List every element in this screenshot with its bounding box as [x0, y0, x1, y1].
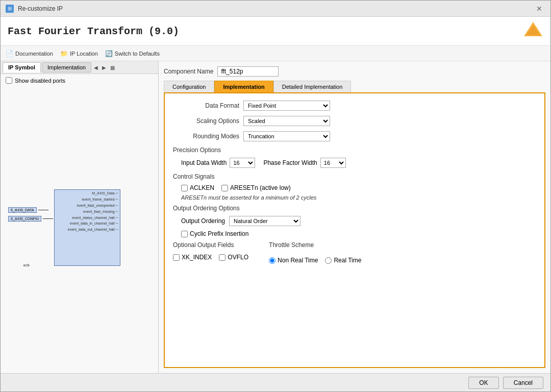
tab-implementation[interactable]: Implementation: [42, 62, 91, 72]
control-signals-title: Control Signals: [173, 173, 536, 180]
precision-options-title: Precision Options: [173, 146, 536, 154]
block-event-3: event_tlast_missing ─: [55, 209, 120, 215]
show-disabled-row: Show disabled ports: [1, 74, 158, 87]
aclken-label: ACLKEN: [190, 184, 214, 191]
close-button[interactable]: ✕: [533, 4, 545, 14]
tab-nav-next[interactable]: ▶: [101, 64, 108, 71]
real-time-radio[interactable]: [325, 257, 332, 264]
block-event-1: event_frame_started ─: [55, 197, 120, 203]
block-event-6: event_data_out_channel_halt ─: [55, 227, 120, 233]
block-event-5: event_data_in_channel_halt ─: [55, 220, 120, 227]
cancel-button[interactable]: Cancel: [503, 377, 543, 389]
left-panel-tabs: IP Symbol Implementation ◀ ▶ ▦: [1, 61, 158, 74]
optional-output-title: Optional Output Fields: [173, 241, 248, 249]
output-ordering-row: Output Ordering Natural Order: [181, 216, 536, 226]
phase-factor-width-select[interactable]: 16: [320, 158, 346, 168]
scaling-options-row: Scaling Options Scaled: [173, 116, 536, 126]
output-ordering-select[interactable]: Natural Order: [229, 216, 300, 226]
optional-output-col: Optional Output Fields XK_INDEX OVFLO: [173, 241, 248, 264]
component-name-row: Component Name: [164, 66, 545, 77]
toolbar: 📄 Documentation 📁 IP Location 🔄 Switch t…: [1, 46, 550, 61]
aresetn-note: ARESETn must be asserted for a minimum o…: [181, 194, 536, 201]
port-s-axis-config: S_AXIS_CONFIG: [8, 216, 54, 222]
precision-row: Input Data Width 16 Phase Factor Width 1…: [181, 158, 536, 168]
aresetn-item: ARESETn (active low): [221, 184, 291, 191]
block-port-m-axis: M_AXIS_Data ─: [55, 190, 120, 197]
ip-location-label: IP Location: [70, 51, 98, 57]
output-ordering-label: Output Ordering: [181, 217, 225, 225]
tab-nav-menu[interactable]: ▦: [109, 64, 116, 71]
tab-detailed-implementation[interactable]: Detailed Implementation: [273, 81, 352, 92]
show-disabled-checkbox[interactable]: [6, 77, 12, 84]
impl-tabs: Configuration Implementation Detailed Im…: [164, 81, 545, 92]
optional-section: Optional Output Fields XK_INDEX OVFLO: [173, 241, 536, 264]
block-event-4: event_status_channel_halt ─: [55, 215, 120, 221]
ovflo-label: OVFLO: [228, 254, 248, 261]
block-event-2: event_tlast_unexpected ─: [55, 203, 120, 209]
input-data-width-label: Input Data Width: [181, 159, 227, 166]
xk-index-label: XK_INDEX: [182, 254, 212, 261]
window-icon: ⊞: [6, 5, 14, 13]
cyclic-prefix-checkbox[interactable]: [181, 231, 188, 237]
vivado-logo: [523, 21, 543, 41]
documentation-icon: 📄: [6, 50, 13, 57]
app-header: Fast Fourier Transform (9.0): [1, 17, 550, 46]
documentation-link[interactable]: 📄 Documentation: [6, 50, 53, 57]
cyclic-prefix-label: Cyclic Prefix Insertion: [190, 230, 248, 237]
data-format-row: Data Format Fixed Point: [173, 101, 536, 111]
tab-implementation[interactable]: Implementation: [214, 81, 273, 92]
ok-button[interactable]: OK: [468, 377, 498, 389]
aclken-checkbox[interactable]: [181, 185, 188, 191]
window-title: Re-customize IP: [18, 5, 63, 12]
show-disabled-label: Show disabled ports: [15, 78, 65, 84]
diagram-area: M_AXIS_Data ─ event_frame_started ─ even…: [1, 87, 158, 373]
ovflo-checkbox[interactable]: [219, 254, 226, 261]
footer: OK Cancel: [1, 373, 550, 391]
rounding-modes-row: Rounding Modes Truncation: [173, 131, 536, 141]
aclken-item: ACLKEN: [181, 184, 214, 191]
optional-checkboxes: XK_INDEX OVFLO: [173, 254, 248, 261]
aresetn-label: ARESETn (active low): [230, 184, 291, 191]
rounding-modes-select[interactable]: Truncation: [243, 131, 330, 141]
port-s-axis-data: S_AXIS_DATA: [8, 207, 54, 213]
ip-location-link[interactable]: 📁 IP Location: [60, 50, 98, 57]
title-bar-left: ⊞ Re-customize IP: [6, 5, 63, 13]
impl-content: Data Format Fixed Point Scaling Options …: [164, 92, 545, 368]
tab-ip-symbol[interactable]: IP Symbol: [3, 62, 41, 72]
main-content: IP Symbol Implementation ◀ ▶ ▦ Show disa…: [1, 61, 550, 373]
non-real-time-item: Non Real Time: [269, 257, 318, 264]
output-ordering-title: Output Ordering Options: [173, 205, 536, 212]
aclk-label: aclk: [23, 263, 30, 267]
phase-factor-width-item: Phase Factor Width 16: [263, 158, 345, 168]
folder-icon: 📁: [60, 50, 68, 57]
input-data-width-select[interactable]: 16: [230, 158, 255, 168]
scaling-options-label: Scaling Options: [173, 117, 239, 125]
component-name-label: Component Name: [164, 68, 213, 75]
input-data-width-item: Input Data Width 16: [181, 158, 255, 168]
cyclic-prefix-row: Cyclic Prefix Insertion: [181, 230, 536, 237]
tab-nav-prev[interactable]: ◀: [92, 64, 99, 71]
sync-icon: 🔄: [105, 50, 113, 57]
aresetn-checkbox[interactable]: [221, 185, 228, 191]
data-format-select[interactable]: Fixed Point: [243, 101, 330, 111]
non-real-time-label: Non Real Time: [278, 257, 318, 264]
real-time-item: Real Time: [325, 257, 361, 264]
switch-defaults-link[interactable]: 🔄 Switch to Defaults: [105, 50, 160, 57]
xk-index-item: XK_INDEX: [173, 254, 212, 261]
component-name-input[interactable]: [217, 66, 279, 77]
main-window: ⊞ Re-customize IP ✕ Fast Fourier Transfo…: [0, 0, 551, 392]
ovflo-item: OVFLO: [219, 254, 248, 261]
non-real-time-radio[interactable]: [269, 257, 276, 264]
left-panel: IP Symbol Implementation ◀ ▶ ▦ Show disa…: [1, 61, 159, 373]
xk-index-checkbox[interactable]: [173, 254, 180, 261]
scaling-options-select[interactable]: Scaled: [243, 116, 330, 126]
cyclic-prefix-item: Cyclic Prefix Insertion: [181, 230, 248, 237]
phase-factor-width-label: Phase Factor Width: [263, 159, 317, 166]
right-panel: Component Name Configuration Implementat…: [159, 61, 550, 373]
switch-defaults-label: Switch to Defaults: [115, 51, 160, 57]
app-title: Fast Fourier Transform (9.0): [8, 26, 179, 37]
title-bar: ⊞ Re-customize IP ✕: [1, 1, 550, 17]
tab-configuration[interactable]: Configuration: [164, 81, 214, 92]
throttle-scheme-title: Throttle Scheme: [269, 241, 361, 249]
throttle-scheme-col: Throttle Scheme Non Real Time Real Time: [269, 241, 361, 264]
